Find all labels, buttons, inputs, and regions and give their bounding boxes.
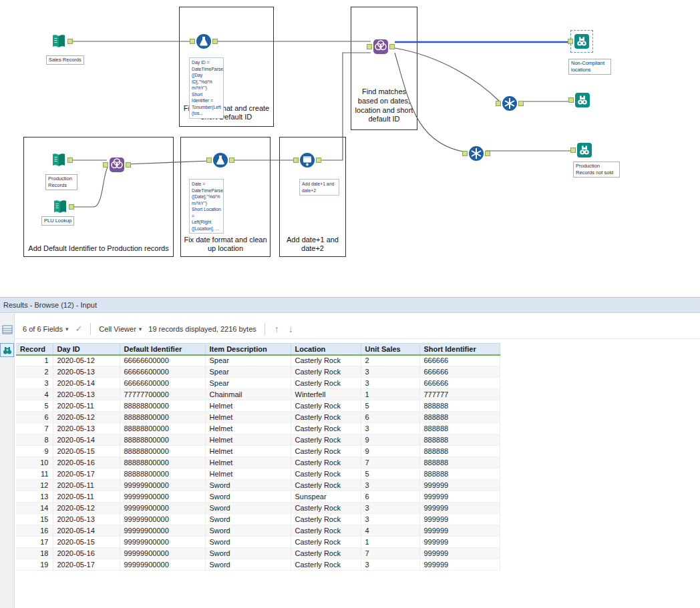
browse-view-button[interactable]	[1, 344, 13, 356]
table-cell: 6	[361, 412, 419, 423]
container-find-matches[interactable]: Find matches based on dates, location an…	[351, 7, 417, 130]
table-cell: 3	[361, 378, 419, 389]
table-row[interactable]: 22020-05-1366666600000SpearCasterly Rock…	[16, 366, 500, 378]
column-header[interactable]: Day ID	[53, 344, 120, 355]
table-row[interactable]: 182020-05-1699999900000SwordCasterly Roc…	[16, 548, 500, 559]
table-cell: 2020-05-15	[53, 537, 120, 548]
tool-union-2[interactable]	[468, 145, 485, 162]
table-row[interactable]: 172020-05-1599999900000SwordCasterly Roc…	[16, 537, 500, 548]
results-title: Results - Browse (12) - Input	[3, 301, 97, 309]
table-view-icon	[2, 324, 13, 335]
table-cell: 2020-05-12	[53, 355, 120, 366]
tool-input-production-records[interactable]	[50, 151, 67, 169]
column-header[interactable]: Item Description	[205, 344, 291, 355]
column-header[interactable]: Record	[16, 344, 53, 355]
results-table-header-row: RecordDay IDDefault IdentifierItem Descr…	[16, 344, 500, 355]
table-cell: 66666600000	[120, 378, 205, 389]
fields-dropdown-label: 6 of 6 Fields	[23, 325, 63, 333]
table-row[interactable]: 42020-05-1377777700000ChainmailWinterfel…	[16, 389, 500, 400]
tool-input-sales-records[interactable]	[50, 33, 67, 50]
table-cell: 2020-05-11	[53, 400, 120, 412]
table-row[interactable]: 12020-05-1266666600000SpearCasterly Rock…	[16, 355, 500, 366]
tool-join-multiple[interactable]	[372, 38, 389, 55]
table-cell: Spear	[205, 355, 291, 366]
table-cell: 15	[16, 514, 53, 525]
table-row[interactable]: 72020-05-1388888800000HelmetCasterly Roc…	[16, 423, 500, 434]
table-cell: 10	[16, 457, 53, 469]
workflow-canvas[interactable]: Fix date format and create short Default…	[0, 0, 700, 297]
scroll-down-icon[interactable]: ↓	[287, 324, 295, 334]
table-cell: Casterly Rock	[291, 514, 361, 525]
table-cell: 1	[361, 389, 419, 400]
tool-browse-non-compliant[interactable]	[573, 33, 590, 50]
tool-browse-2[interactable]	[574, 91, 591, 109]
table-cell: Sword	[205, 480, 291, 491]
results-header: Results - Browse (12) - Input	[0, 298, 700, 313]
browse-icon	[576, 141, 593, 159]
table-cell: 99999900000	[120, 537, 205, 548]
table-cell: 999999	[419, 480, 500, 491]
table-view-button[interactable]	[1, 323, 13, 336]
table-cell: 77777700000	[120, 389, 205, 400]
table-cell: 1	[361, 537, 419, 548]
table-row[interactable]: 122020-05-1199999900000SwordCasterly Roc…	[16, 480, 500, 491]
table-cell: 88888800000	[120, 446, 205, 457]
table-cell: 2020-05-12	[53, 412, 120, 423]
input-data-icon	[50, 151, 67, 169]
table-row[interactable]: 162020-05-1499999900000SwordCasterly Roc…	[16, 525, 500, 537]
table-cell: 3	[361, 366, 419, 378]
container-label: Add Default Identifier to Production rec…	[26, 244, 171, 254]
table-cell: 66666600000	[120, 355, 205, 366]
table-row[interactable]: 82020-05-1488888800000HelmetCasterly Roc…	[16, 434, 500, 446]
tool-append-dates[interactable]	[299, 151, 316, 169]
table-cell: 7	[16, 423, 53, 434]
table-cell: 2020-05-16	[53, 548, 120, 559]
table-cell: Casterly Rock	[291, 434, 361, 446]
table-cell: Casterly Rock	[291, 469, 361, 480]
table-row[interactable]: 102020-05-1688888800000HelmetCasterly Ro…	[16, 457, 500, 469]
table-row[interactable]: 92020-05-1588888800000HelmetCasterly Roc…	[16, 446, 500, 457]
tool-browse-production-not-sold[interactable]	[576, 141, 593, 159]
tool-formula-production[interactable]	[212, 151, 229, 169]
column-header[interactable]: Default Identifier	[120, 344, 205, 355]
table-cell: 888888	[419, 434, 500, 446]
table-row[interactable]: 62020-05-1288888800000HelmetCasterly Roc…	[16, 412, 500, 423]
append-fields-icon	[299, 151, 316, 169]
table-cell: 11	[16, 469, 53, 480]
annotation-formula-production: Date = DateTimeParse ([Date],"%d/% m/%Y"…	[189, 179, 224, 234]
table-cell: Casterly Rock	[291, 480, 361, 491]
column-header[interactable]: Unit Sales	[361, 344, 419, 355]
table-cell: 666666	[419, 355, 500, 366]
table-row[interactable]: 192020-05-1799999900000SwordCasterly Roc…	[16, 559, 500, 571]
container-add-default-identifier[interactable]: Add Default Identifier to Production rec…	[23, 137, 174, 257]
scroll-up-icon[interactable]: ↑	[273, 324, 281, 334]
tool-formula-sales[interactable]	[195, 33, 212, 50]
column-header[interactable]: Short Identifier	[419, 344, 500, 355]
table-cell: Casterly Rock	[291, 378, 361, 389]
container-label: Add date+1 and date+2	[282, 236, 343, 254]
table-cell: 3	[361, 423, 419, 434]
table-row[interactable]: 112020-05-1788888800000HelmetCasterly Ro…	[16, 469, 500, 480]
table-cell: 2	[361, 355, 419, 366]
results-panel: Results - Browse (12) - Input	[0, 297, 700, 608]
column-header[interactable]: Location	[291, 344, 361, 355]
table-cell: Spear	[205, 366, 291, 378]
chevron-down-icon: ▾	[139, 326, 142, 332]
fields-dropdown[interactable]: 6 of 6 Fields ▾	[23, 325, 68, 333]
browse-view-icon	[2, 345, 13, 356]
table-row[interactable]: 142020-05-1299999900000SwordCasterly Roc…	[16, 503, 500, 514]
table-row[interactable]: 152020-05-1399999900000SwordCasterly Roc…	[16, 514, 500, 525]
apply-check-icon[interactable]: ✓	[75, 324, 82, 334]
table-cell: 9	[361, 446, 419, 457]
table-cell: 999999	[419, 559, 500, 571]
tool-join-production[interactable]	[108, 156, 126, 174]
tool-input-plu-lookup[interactable]	[51, 198, 69, 216]
table-cell: 2020-05-14	[53, 378, 120, 389]
tool-union-1[interactable]	[501, 95, 518, 112]
table-row[interactable]: 52020-05-1188888800000HelmetCasterly Roc…	[16, 400, 500, 412]
cell-viewer-dropdown[interactable]: Cell Viewer ▾	[99, 325, 142, 333]
table-row[interactable]: 132020-05-1199999900000SwordSunspear6999…	[16, 491, 500, 503]
table-row[interactable]: 32020-05-1466666600000SpearCasterly Rock…	[16, 378, 500, 389]
node-label-non-compliant: Non-Compliant locations	[568, 59, 611, 75]
table-cell: 2020-05-16	[53, 457, 120, 469]
